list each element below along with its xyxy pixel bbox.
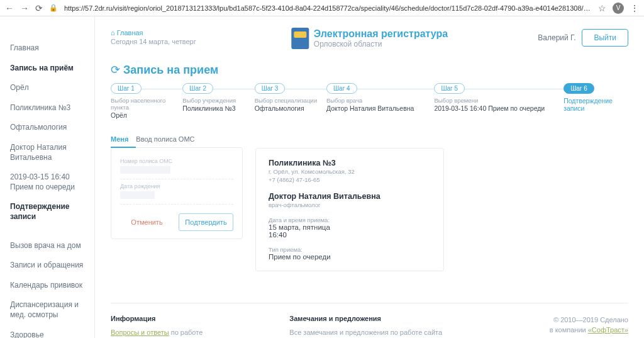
step-3-badge[interactable]: Шаг 3 [255,83,286,94]
reload-icon[interactable]: ⟳ [35,3,43,13]
dob-value [120,191,155,199]
page-title: Запись на прием [111,63,628,77]
sidebar-item-doctor[interactable]: Доктор Наталия Витальевна [10,138,94,167]
sidebar-item-datetime[interactable]: 2019-03-15 16:40 Прием по очереди [10,167,94,197]
policy-label: Номер полиса ОМС [120,158,233,164]
step-1-badge[interactable]: Шаг 1 [111,83,142,94]
sidebar-item-clinic[interactable]: Поликлиника №3 [10,98,94,118]
appointment-summary: Поликлиника №3 г. Орёл, ул. Комсомольска… [255,148,444,271]
step-4-label: Выбор врача [326,97,434,104]
step-1-value: Орёл [111,111,182,119]
step-2-badge[interactable]: Шаг 2 [182,83,213,94]
sidebar-item-speciality[interactable]: Офтальмология [10,118,94,138]
policy-value [120,166,170,174]
region-crest-icon [291,28,309,49]
dob-label: Дата рождения [120,183,233,189]
summary-type-label: Тип приема: [269,246,431,253]
step-6-badge[interactable]: Шаг 6 [564,83,594,94]
lock-icon: 🔒 [49,4,58,12]
main-content: Главная Сегодня 14 марта, четверг Электр… [94,16,644,338]
step-5-label: Выбор времени [434,97,564,104]
step-2-label: Выбор учреждения [182,97,254,104]
back-icon[interactable]: ← [5,3,14,13]
footer-faq-link[interactable]: Вопросы и ответы [111,329,169,336]
summary-type-value: Прием по очереди [269,253,431,261]
sidebar: Главная Запись на приём Орёл Поликлиника… [0,16,94,338]
footer-feedback-a: Все замечания и предложения по работе са… [289,329,442,338]
sidebar-item-vaccines[interactable]: Календарь прививок [10,276,94,296]
step-1-label: Выбор населенного пункта [111,97,182,111]
step-4-value: Доктор Наталия Витальевна [326,104,434,112]
patient-tabs: Меня Ввод полиса ОМС [111,132,243,148]
footer-feedback-head: Замечания и предложения [289,315,449,322]
step-wizard: Шаг 1Выбор населенного пунктаОрёл Шаг 2В… [111,83,628,119]
menu-icon[interactable]: ⋮ [630,3,639,13]
sidebar-item-appointment[interactable]: Запись на приём [10,59,94,79]
summary-phone: +7 (4862) 47-16-65 [269,176,431,184]
tab-me[interactable]: Меня [111,132,136,148]
step-2-value: Поликлиника №3 [182,104,254,112]
forward-icon[interactable]: → [20,3,29,13]
sidebar-item-home[interactable]: Главная [10,38,94,59]
summary-address: г. Орёл, ул. Комсомольская, 32 [269,167,431,176]
cancel-button[interactable]: Отменить [120,213,174,231]
address-bar[interactable]: https://57.2dr.ru/visit/region/oriol_201… [64,4,592,12]
brand-title: Электронная регистратура [314,28,448,40]
logout-button[interactable]: Выйти [582,29,628,47]
footer: Информация Вопросы и ответы по работе «Э… [111,303,628,338]
sidebar-item-health[interactable]: Здоровье [10,325,94,339]
tab-oms[interactable]: Ввод полиса ОМС [136,132,202,148]
summary-dt-time: 16:40 [269,231,431,239]
user-name: Валерий Г. [538,33,575,42]
sidebar-item-records[interactable]: Записи и обращения [10,256,94,276]
sidebar-item-house-call[interactable]: Вызов врача на дом [10,236,94,256]
summary-dt-date: 15 марта, пятница [269,223,431,231]
step-3-label: Выбор специализации [255,97,326,104]
step-4-badge[interactable]: Шаг 4 [326,83,357,94]
browser-toolbar: ← → ⟳ 🔒 https://57.2dr.ru/visit/region/o… [0,0,644,16]
step-5-badge[interactable]: Шаг 5 [434,83,465,94]
brand-subtitle: Орловской области [314,40,448,48]
step-3-value: Офтальмология [255,104,326,112]
sidebar-item-confirm[interactable]: Подтверждение записи [10,197,94,227]
summary-doctor: Доктор Наталия Витальевна [269,192,431,201]
footer-info-head: Информация [111,315,270,322]
sidebar-item-checkups[interactable]: Диспансеризация и мед. осмотры [10,295,94,325]
summary-role: врач-офтальмолог [269,201,431,209]
footer-in: в компании [550,326,588,334]
branding: Электронная регистратура Орловской облас… [291,28,448,49]
profile-avatar[interactable]: V [613,3,624,14]
footer-info-text: по работе [169,329,203,336]
footer-company-link[interactable]: «СофТраст» [588,326,628,334]
step-6-value: Подтверждение записи [564,97,628,112]
sidebar-item-city[interactable]: Орёл [10,78,94,98]
summary-clinic: Поликлиника №3 [269,159,431,167]
step-5-value: 2019-03-15 16:40 Прием по очереди [434,104,564,112]
footer-made: Сделано [598,316,628,324]
footer-years: © 2010—2019 [553,316,598,324]
confirm-button[interactable]: Подтвердить [179,213,233,231]
star-icon[interactable]: ☆ [598,3,606,13]
patient-form: Номер полиса ОМС Дата рождения Отменить … [111,147,243,239]
summary-dt-label: Дата и время приема: [269,217,431,223]
